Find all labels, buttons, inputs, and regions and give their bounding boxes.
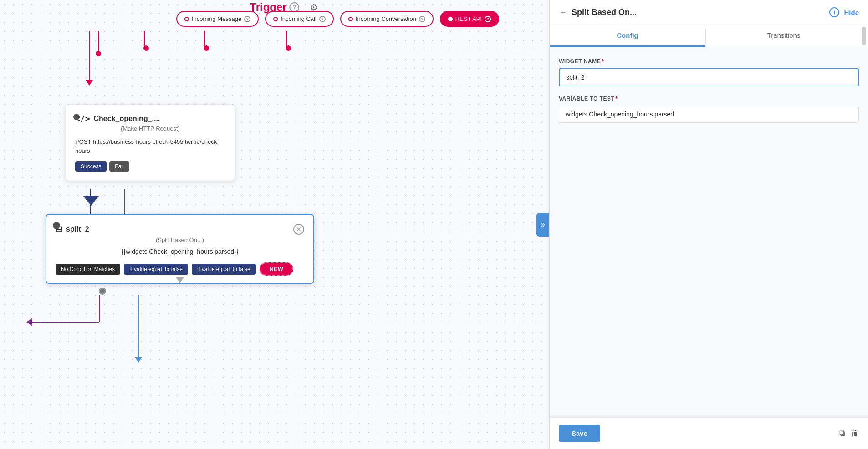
incoming-message-help-icon[interactable]: ? — [244, 16, 250, 22]
panel-info-icon[interactable]: i — [829, 7, 839, 17]
variable-field-group: VARIABLE TO TEST* — [559, 96, 859, 132]
split2-variable: {{widgets.Check_opening_hours.parsed}} — [56, 248, 304, 255]
panel-body: WIDGET NAME* VARIABLE TO TEST* — [550, 47, 868, 417]
incoming-conversation-help-icon[interactable]: ? — [419, 16, 425, 22]
variable-label: VARIABLE TO TEST* — [559, 96, 859, 102]
collapse-panel-button[interactable]: » — [536, 213, 549, 237]
tab-config[interactable]: Config — [550, 25, 705, 47]
check-opening-subtype: (Make HTTP Request) — [75, 125, 225, 132]
tag-if-value-2: If value equal_to false — [192, 264, 256, 275]
split2-tags: No Condition Matches If value equal_to f… — [56, 262, 304, 276]
blue-line-vert-split — [138, 295, 139, 358]
red-arrow-head — [86, 80, 93, 86]
check-opening-handle — [73, 114, 80, 120]
panel-footer: Save ⧉ 🗑 — [550, 417, 868, 449]
check-opening-content: POST https://business-hours-check-5455.t… — [75, 137, 225, 155]
panel-back-button[interactable]: ← — [559, 8, 567, 17]
line-incoming-conv — [204, 31, 205, 46]
split2-title: ⊟ split_2 — [56, 224, 89, 234]
right-panel: ← Split Based On... i Hide Config Transi… — [549, 0, 868, 449]
panel-header: ← Split Based On... i Hide — [550, 0, 868, 25]
dot-incoming-conv — [204, 45, 209, 51]
line-incoming-call — [144, 31, 145, 46]
line-rest-api — [286, 31, 287, 46]
widget-check-opening[interactable]: </> Check_opening_.... (Make HTTP Reques… — [66, 105, 235, 181]
blue-arrow-bottom — [135, 357, 142, 363]
incoming-call-help-icon[interactable]: ? — [319, 16, 326, 22]
tab-incoming-conversation[interactable]: Incoming Conversation ? — [340, 11, 434, 27]
copy-icon[interactable]: ⧉ — [839, 429, 845, 438]
dot-incoming-call — [143, 45, 149, 51]
blue-triangle — [83, 196, 99, 206]
save-button[interactable]: Save — [559, 425, 600, 442]
purple-line-vert — [99, 295, 100, 322]
check-opening-header: </> Check_opening_.... — [75, 114, 225, 123]
tab-incoming-call[interactable]: Incoming Call ? — [265, 11, 334, 27]
tab-rest-api[interactable]: REST API ? — [440, 11, 499, 27]
split2-close-button[interactable]: ✕ — [293, 224, 304, 235]
check-opening-tags: Success Fail — [75, 161, 225, 172]
tag-no-condition: No Condition Matches — [56, 264, 120, 275]
panel-tabs: Config Transitions — [550, 25, 868, 47]
tag-fail: Fail — [109, 161, 129, 172]
tag-success: Success — [75, 161, 107, 172]
variable-input[interactable] — [559, 106, 859, 123]
widget-name-field-group: WIDGET NAME* — [559, 58, 859, 96]
purple-line-horiz — [32, 322, 99, 323]
rest-api-help-icon[interactable]: ? — [485, 16, 491, 22]
tag-new-button[interactable]: NEW — [260, 262, 293, 276]
footer-icons: ⧉ 🗑 — [839, 429, 859, 438]
dot-rest-api — [286, 45, 291, 51]
widget-name-input[interactable] — [559, 68, 859, 86]
split2-subtype: (Split Based On...) — [56, 237, 304, 243]
trigger-tabs: Incoming Message ? Incoming Call ? Incom… — [174, 11, 501, 27]
panel-hide-button[interactable]: Hide — [844, 9, 859, 16]
tab-transitions[interactable]: Transitions — [706, 25, 862, 47]
tab-incoming-message[interactable]: Incoming Message ? — [176, 11, 259, 27]
split2-header: ⊟ split_2 ✕ — [56, 224, 304, 235]
canvas-area: Trigger ? ⚙ Incoming Message ? Incoming … — [0, 0, 549, 449]
panel-tab-scrollbar — [862, 27, 866, 45]
split2-bottom-dot — [99, 288, 106, 295]
widget-split2[interactable]: ⊟ split_2 ✕ (Split Based On...) {{widget… — [46, 214, 314, 284]
split2-output-arrow — [175, 277, 184, 283]
tag-if-value-1: If value equal_to false — [124, 264, 188, 275]
split2-handle — [53, 222, 60, 229]
widget-name-label: WIDGET NAME* — [559, 58, 859, 65]
connector-incoming-message — [98, 31, 99, 51]
purple-arrow-left — [26, 318, 32, 326]
red-main-line — [89, 31, 90, 81]
panel-title: Split Based On... — [572, 8, 825, 17]
delete-icon[interactable]: 🗑 — [851, 429, 859, 438]
dot-incoming-message — [96, 51, 101, 56]
